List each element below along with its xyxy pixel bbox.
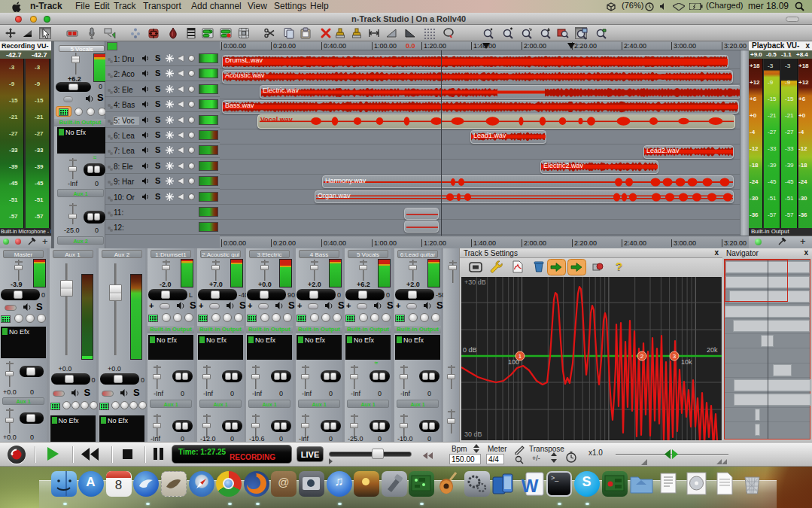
svg-text:3: 3 [673, 353, 677, 360]
svg-text:W: W [522, 476, 539, 496]
svg-text:2: 2 [640, 353, 644, 360]
